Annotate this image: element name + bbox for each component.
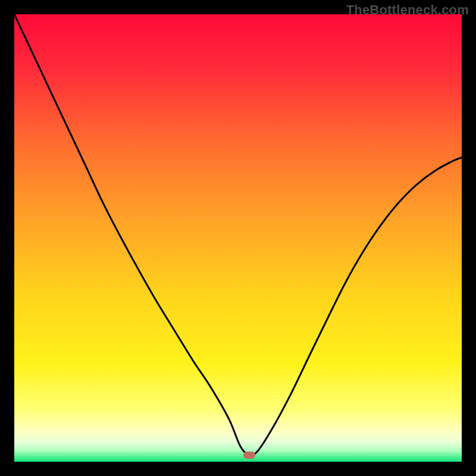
plot-area (14, 14, 462, 462)
minimum-marker (243, 452, 255, 459)
bottleneck-curve (14, 14, 462, 462)
chart-frame: TheBottleneck.com (0, 0, 476, 476)
watermark-text: TheBottleneck.com (346, 2, 469, 18)
